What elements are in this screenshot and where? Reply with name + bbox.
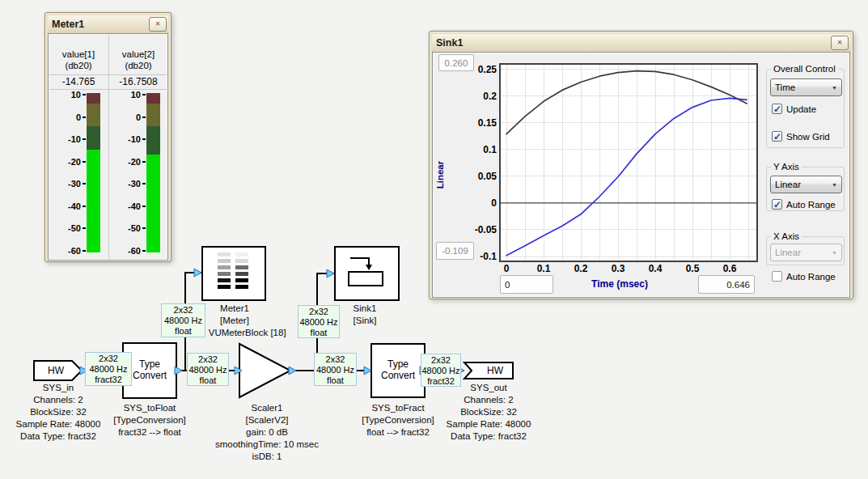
wire-type-label-line: 2x32 [299,307,339,317]
y-auto-range-label: Auto Range [786,200,836,210]
y-axis-dropdown[interactable]: Linear ▼ [770,176,842,193]
meter-scale-tick: 0 [118,112,141,122]
wire-type-label-line: 48000 Hz [315,365,356,375]
meter-scale-tick-mark [83,183,86,184]
y-tick-label: 0.05 [478,171,498,182]
sink1-window: Sink1 ✕ 0.250.20.150.10.050-0.05-0.100.1… [429,31,853,299]
meter-scale-tick: -30 [58,179,81,189]
wire-type-label-line: 48000 Hz [299,317,339,328]
update-checkbox[interactable]: Update [772,103,816,115]
meter-scale-tick: -60 [58,246,81,256]
x-axis-dropdown: Linear ▼ [770,244,842,261]
meter-header: value[1](db20) [50,49,107,71]
x-auto-range-label: Auto Range [786,272,836,282]
meter-scale-tick: 10 [118,90,141,100]
chevron-down-icon: ▼ [832,85,837,91]
meter-value: -16.7508 [110,76,167,87]
meter-scale-tick: -50 [118,223,141,233]
meter-scale-tick-mark [83,206,86,207]
meter-scale-tick: -20 [58,157,81,167]
y-tick-label: 0.15 [478,117,498,129]
checkbox-checked-icon [772,131,782,142]
x-axis-group-label: X Axis [771,231,802,241]
x-tick-label: 0 [504,263,510,274]
meter-scale-tick-mark [142,161,146,163]
chevron-down-icon: ▼ [832,250,837,256]
x-tick-label: 0.2 [574,263,588,274]
close-icon: ✕ [837,40,843,46]
meter-row-divider [49,74,167,75]
wire-type-label-line: 48000 Hz [421,366,460,376]
y-tick-label: -0.05 [475,224,498,235]
wire-type-label[interactable]: 2x3248000 Hzfloat [187,353,229,386]
meter-header: value[2](db20) [110,49,167,71]
wire-type-label-line: float [299,328,339,338]
show-grid-checkbox[interactable]: Show Grid [772,130,830,142]
y-tick-label: 0.1 [483,144,497,155]
overall-control-dropdown-value: Time [775,83,832,92]
close-icon: ✕ [155,21,161,28]
meter-scale-tick-mark [142,250,146,252]
y-tick-label: 0 [491,197,497,209]
sink1-window-title: Sink1 [436,37,831,49]
wire-type-label-line: float [188,375,228,386]
meter-scale-tick: -60 [118,246,141,256]
wire-type-label-line: float [315,375,356,386]
wire-type-label[interactable]: 2x3248000 Hzfloat [314,353,357,386]
x-axis-dropdown-value: Linear [775,248,832,257]
wire-type-label[interactable]: 2x3248000 Hzfract32 [85,352,132,386]
sink1-titlebar[interactable]: Sink1 ✕ [432,34,850,52]
meter-scale-tick-mark [83,250,86,252]
wire-type-label-line: 2x32 [315,354,356,365]
x-tick-label: 0.3 [612,263,625,274]
wire-type-label-line: 48000 Hz [188,365,228,375]
overall-control-dropdown[interactable]: Time ▼ [770,78,842,96]
sink1-close-button[interactable]: ✕ [831,36,849,50]
wire-type-label-line: 2x32 [162,305,205,316]
meter1-close-button[interactable]: ✕ [149,17,167,32]
y-tick-label: 0.25 [478,64,498,75]
meter-scale-tick-mark [142,206,146,207]
checkbox-unchecked-icon [772,271,782,282]
wire-type-label-line: 2x32 [421,355,460,366]
wire-type-label-line: fract32 [421,376,460,387]
chevron-down-icon: ▼ [832,182,837,188]
y-max-range-box[interactable]: 0.260 [438,54,474,71]
update-checkbox-label: Update [786,104,816,114]
y-auto-range-checkbox[interactable]: Auto Range [772,198,836,210]
overall-control-group-label: Overall Control [771,64,838,74]
wire-type-label-line: fract32 [86,375,131,385]
checkbox-checked-icon [772,199,782,210]
meter-scale-tick-mark [142,94,146,95]
meter1-panel: value[1](db20)-14.765100-10-20-30-40-50-… [48,33,168,261]
wire-type-label[interactable]: 2x3248000 Hzfract32 [421,354,461,387]
meter-header-line: value[2] [110,49,167,60]
wire-type-label-line: 48000 Hz [162,316,205,326]
plot-background [500,64,757,261]
show-grid-checkbox-label: Show Grid [786,132,830,142]
wire-type-label[interactable]: 2x3248000 Hzfloat [161,303,205,337]
meter1-titlebar[interactable]: Meter1 ✕ [48,15,168,33]
y-tick-label: 0.2 [483,91,497,102]
y-axis-title: Linear [435,155,447,194]
y-tick-label: -0.1 [480,251,497,262]
x-max-range-box[interactable]: 0.646 [698,275,755,294]
x-tick-label: 0.5 [686,263,700,274]
y-axis-group-label: Y Axis [771,162,802,172]
meter-scale-tick-mark [142,138,146,140]
sink1-panel: 0.250.20.150.10.050-0.05-0.100.10.20.30.… [432,52,850,298]
x-auto-range-checkbox[interactable]: Auto Range [772,270,836,282]
meter-header-line: (db20) [50,60,107,71]
meter-scale-tick: -40 [118,201,141,211]
meter-scale-tick-mark [142,117,146,118]
x-tick-label: 0.1 [537,263,551,274]
meter-scale-tick-mark [83,138,86,140]
meter-scale-tick: 0 [58,112,81,122]
x-min-range-box[interactable]: 0 [500,275,553,294]
meter-scale-tick-mark [142,183,146,184]
wire-type-label[interactable]: 2x3248000 Hzfloat [298,305,340,338]
meter-scale-tick-mark [83,227,86,229]
y-min-range-box[interactable]: -0.109 [436,242,474,260]
meter-header-line: (db20) [110,60,167,71]
meter-scale-tick-mark [142,227,146,229]
